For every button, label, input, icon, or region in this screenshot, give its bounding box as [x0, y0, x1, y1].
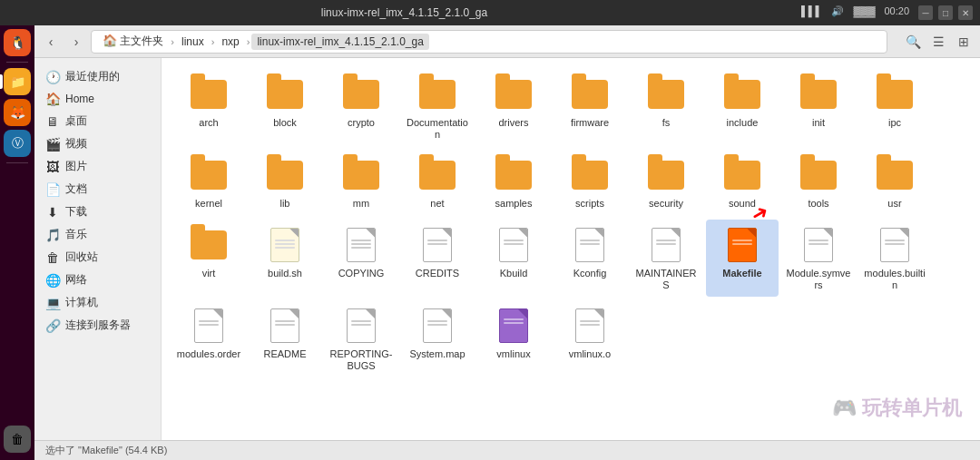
list-item[interactable]: virt: [172, 220, 245, 297]
sidebar-label-home: Home: [65, 93, 94, 105]
search-button[interactable]: 🔍: [902, 31, 924, 53]
breadcrumb-current[interactable]: linux-imx-rel_imx_4.1.15_2.1.0_ga: [251, 34, 428, 50]
network-icon: 🌐: [45, 273, 60, 288]
list-item[interactable]: crypto: [325, 69, 397, 146]
maximize-button[interactable]: □: [938, 5, 953, 20]
list-item[interactable]: firmware: [554, 69, 626, 146]
list-item[interactable]: drivers: [477, 69, 550, 146]
sidebar-label-desktop: 桌面: [65, 113, 87, 129]
videos-icon: 🎬: [45, 137, 60, 152]
breadcrumb-nxp[interactable]: nxp: [216, 34, 244, 50]
sidebar-label-downloads: 下载: [65, 204, 87, 220]
list-item[interactable]: mm: [325, 150, 397, 215]
list-item[interactable]: tools: [782, 150, 855, 215]
file-copying[interactable]: COPYING: [325, 220, 397, 297]
list-item[interactable]: Module.symvers: [782, 220, 855, 297]
sidebar-item-downloads[interactable]: ⬇ 下载: [34, 201, 161, 223]
list-item[interactable]: block: [249, 69, 321, 146]
back-button[interactable]: ‹: [40, 31, 62, 53]
sidebar-label-music: 音乐: [65, 227, 87, 242]
sidebar-item-videos[interactable]: 🎬 视频: [34, 132, 161, 155]
minimize-button[interactable]: ─: [918, 5, 933, 20]
list-item[interactable]: README: [249, 300, 321, 377]
sidebar-item-trash[interactable]: 🗑 回收站: [34, 246, 161, 269]
statusbar-selected-text: 选中了 "Makefile" (54.4 KB): [45, 444, 167, 457]
list-item[interactable]: sound: [706, 150, 779, 215]
grid-view-button[interactable]: ⊞: [953, 31, 975, 53]
recent-icon: 🕐: [45, 70, 60, 84]
list-item[interactable]: usr: [858, 150, 931, 215]
breadcrumb-sep-3: ›: [247, 36, 250, 47]
sound-status: 🔊: [831, 5, 844, 20]
list-item[interactable]: include: [706, 69, 779, 146]
breadcrumb-sep-1: ›: [171, 36, 174, 47]
sidebar-item-pictures[interactable]: 🖼 图片: [34, 155, 161, 178]
sidebar-item-network[interactable]: 🌐 网络: [34, 269, 161, 291]
dock-separator-2: [6, 162, 28, 163]
list-item[interactable]: build.sh: [249, 220, 321, 297]
pictures-icon: 🖼: [45, 160, 60, 174]
desktop-icon: 🖥: [45, 114, 60, 129]
sidebar-item-music[interactable]: 🎵 音乐: [34, 223, 161, 246]
list-item[interactable]: fs: [630, 69, 702, 146]
list-item[interactable]: CREDITS: [401, 220, 474, 297]
files-grid: arch block crypto Documentation drivers: [162, 58, 980, 440]
list-item[interactable]: scripts: [554, 150, 626, 215]
sidebar-label-recent: 最近使用的: [65, 69, 120, 84]
documents-icon: 📄: [45, 182, 60, 197]
list-item[interactable]: net: [401, 150, 474, 215]
list-view-button[interactable]: ☰: [927, 31, 949, 53]
breadcrumb-linux[interactable]: linux: [176, 34, 210, 50]
time-display: 00:20: [884, 5, 909, 20]
list-item[interactable]: System.map: [401, 300, 474, 377]
list-item[interactable]: security: [630, 150, 702, 215]
list-item[interactable]: lib: [249, 150, 321, 215]
breadcrumb: 🏠 主文件夹 › linux › nxp › linux-imx-rel_imx…: [91, 30, 887, 54]
dock: 🐧 📁 🦊 Ⓥ 🗑: [0, 25, 34, 460]
list-item[interactable]: modules.builtin: [858, 220, 931, 297]
music-icon: 🎵: [45, 228, 60, 242]
list-item[interactable]: MAINTAINERS: [630, 220, 702, 297]
list-item[interactable]: arch: [172, 69, 245, 146]
list-item[interactable]: samples: [477, 150, 550, 215]
titlebar: linux-imx-rel_imx_4.1.15_2.1.0_ga ▌▌▌ 🔊 …: [0, 0, 980, 25]
ubuntu-dock-icon[interactable]: 🐧: [4, 29, 31, 56]
files-dock-icon[interactable]: 📁: [4, 68, 31, 95]
file-vmlinux[interactable]: vmlinux: [477, 300, 550, 377]
battery-status: ▓▓▓: [853, 5, 875, 20]
watermark: 🎮 玩转单片机: [832, 395, 962, 422]
sidebar-item-computer[interactable]: 💻 计算机: [34, 291, 161, 314]
list-item[interactable]: Kconfig: [554, 220, 626, 297]
list-item[interactable]: vmlinux.o: [554, 300, 626, 377]
list-item[interactable]: kernel: [172, 150, 245, 215]
sidebar-item-server[interactable]: 🔗 连接到服务器: [34, 314, 161, 337]
sidebar-label-server: 连接到服务器: [65, 318, 131, 333]
sidebar-label-computer: 计算机: [65, 295, 98, 310]
close-button[interactable]: ✕: [958, 5, 973, 20]
trash-dock-icon[interactable]: 🗑: [4, 426, 31, 453]
breadcrumb-home[interactable]: 🏠 主文件夹: [97, 32, 169, 51]
server-icon: 🔗: [45, 318, 60, 333]
list-item[interactable]: init: [782, 69, 855, 146]
sidebar-item-documents[interactable]: 📄 文档: [34, 178, 161, 201]
fm-statusbar: 选中了 "Makefile" (54.4 KB): [34, 440, 980, 460]
sidebar-label-trash: 回收站: [65, 250, 98, 265]
list-item[interactable]: ipc: [858, 69, 931, 146]
downloads-icon: ⬇: [45, 205, 60, 220]
computer-icon: 💻: [45, 296, 60, 310]
list-item[interactable]: Kbuild: [477, 220, 550, 297]
sidebar-item-recent[interactable]: 🕐 最近使用的: [34, 65, 161, 88]
list-item[interactable]: REPORTING-BUGS: [325, 300, 397, 377]
forward-button[interactable]: ›: [65, 31, 87, 53]
list-item[interactable]: modules.order: [172, 300, 245, 377]
home-icon: 🏠: [45, 92, 60, 106]
sidebar-item-desktop[interactable]: 🖥 桌面: [34, 110, 161, 132]
trash-icon: 🗑: [45, 250, 60, 265]
firefox-dock-icon[interactable]: 🦊: [4, 99, 31, 126]
list-item[interactable]: Documentation: [401, 69, 474, 146]
sidebar-item-home[interactable]: 🏠 Home: [34, 88, 161, 110]
sidebar-label-videos: 视频: [65, 136, 87, 152]
file-makefile[interactable]: Makefile ➜: [706, 220, 779, 297]
sidebar-label-pictures: 图片: [65, 159, 87, 174]
vscode-dock-icon[interactable]: Ⓥ: [4, 130, 31, 157]
